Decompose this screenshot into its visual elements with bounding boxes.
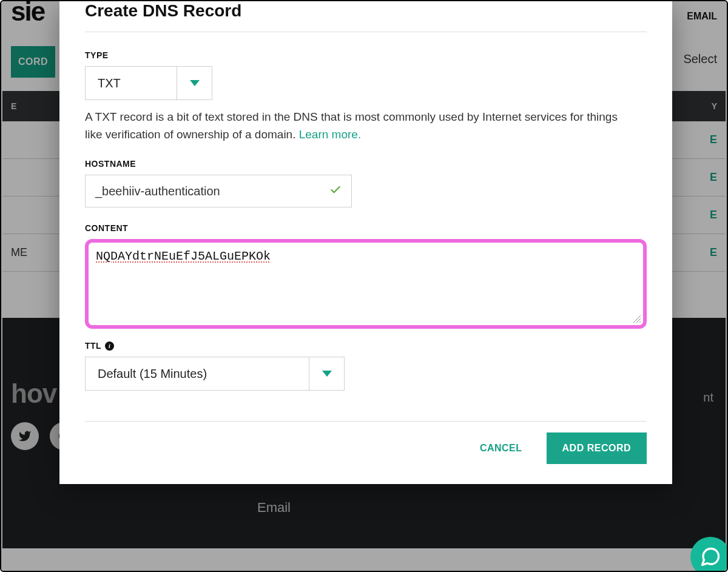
hostname-label: HOSTNAME	[85, 159, 647, 169]
create-dns-record-modal: Create DNS Record TYPE TXT A TXT record …	[59, 1, 672, 484]
content-highlight	[85, 239, 647, 329]
type-description: A TXT record is a bit of text stored in …	[85, 109, 637, 143]
ttl-label-text: TTL	[85, 341, 101, 351]
checkmark-icon	[329, 184, 342, 199]
content-label: CONTENT	[85, 223, 647, 233]
chevron-down-icon	[309, 357, 344, 390]
divider	[85, 421, 647, 422]
chevron-down-icon	[177, 67, 212, 99]
ttl-select[interactable]: Default (15 Minutes)	[85, 357, 345, 391]
add-record-button[interactable]: ADD RECORD	[547, 432, 647, 464]
help-chat-button[interactable]	[690, 537, 728, 572]
modal-actions: CANCEL ADD RECORD	[85, 432, 647, 464]
hostname-input[interactable]: _beehiiv-authentication	[85, 175, 352, 207]
divider	[85, 32, 647, 32]
type-select[interactable]: TXT	[85, 66, 212, 100]
type-select-value: TXT	[86, 67, 177, 99]
info-icon[interactable]: i	[105, 342, 114, 351]
content-textarea[interactable]	[90, 244, 642, 321]
learn-more-link[interactable]: Learn more.	[299, 128, 361, 141]
ttl-label: TTL i	[85, 341, 647, 351]
hostname-value: _beehiiv-authentication	[95, 184, 220, 198]
modal-title: Create DNS Record	[85, 1, 647, 21]
type-label: TYPE	[85, 50, 647, 60]
ttl-select-value: Default (15 Minutes)	[86, 357, 309, 390]
cancel-button[interactable]: CANCEL	[476, 442, 526, 454]
